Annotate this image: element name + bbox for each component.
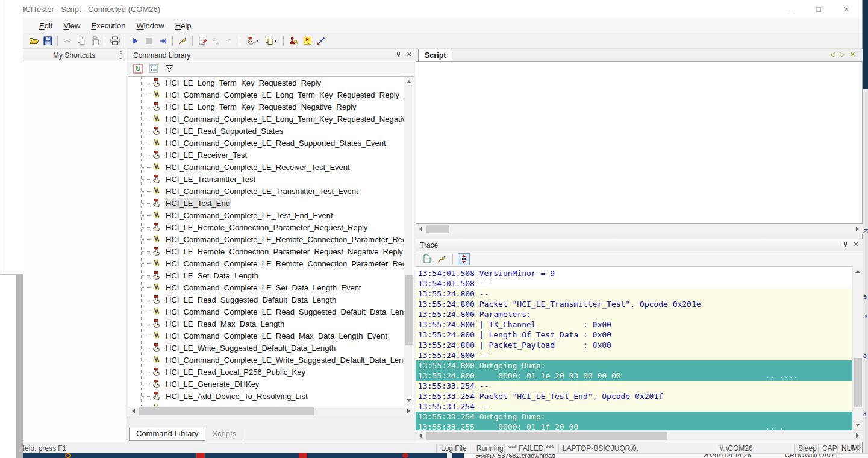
tab-scroll-left-icon[interactable]: ◁ (830, 51, 835, 58)
tab-scripts[interactable]: Scripts (205, 429, 243, 440)
open-button[interactable] (28, 36, 40, 46)
scroll-up-icon[interactable] (407, 80, 411, 83)
tree-item[interactable]: HCI_LE_Read_Supported_States (129, 125, 404, 137)
tab-script[interactable]: Script (418, 49, 452, 61)
tree-item[interactable]: HCI_Command_Complete_LE_Read_Max_Data_Le… (129, 330, 404, 342)
clear-trace-icon[interactable] (436, 254, 448, 265)
minimize-button[interactable]: – (786, 5, 796, 14)
scrollbar-thumb[interactable] (139, 407, 314, 415)
taskbar-icon[interactable] (65, 453, 71, 458)
maximize-button[interactable]: □ (814, 5, 823, 14)
menu-window[interactable]: Window (131, 19, 169, 32)
refresh-icon[interactable]: ↻ (132, 63, 144, 74)
tab-command-library[interactable]: Command Library (129, 427, 205, 441)
scrollbar-thumb[interactable] (854, 358, 862, 407)
details-view-icon[interactable] (148, 63, 160, 74)
trace-hscrollbar[interactable] (416, 430, 863, 441)
new-trace-icon[interactable] (420, 254, 432, 265)
scroll-right-icon[interactable] (856, 227, 859, 231)
tree-item[interactable]: HCI_LE_Receiver_Test (129, 149, 404, 161)
tree-item[interactable]: HCI_Command_Complete_LE_Read_Suggested_D… (129, 306, 404, 318)
tree-item[interactable]: HCI_LE_Read_Local_P256_Public_Key (129, 366, 404, 378)
scrollbar-thumb[interactable] (405, 275, 413, 345)
taskbar-icon[interactable] (447, 453, 452, 458)
tree-item[interactable]: HCI_Command_Complete_LE_Write_Suggested_… (129, 354, 404, 366)
tree-item[interactable]: HCI_Command_Complete_LE_Remote_Connectio… (129, 257, 404, 269)
menu-edit[interactable]: Edit (34, 19, 58, 32)
properties-button[interactable] (196, 36, 208, 46)
taskbar-icon[interactable] (402, 453, 408, 458)
pin-icon[interactable] (395, 51, 402, 58)
resize-grip[interactable] (854, 445, 861, 452)
pin-icon[interactable] (842, 241, 849, 248)
tree-item[interactable]: HCI_LE_Set_Data_Length (129, 269, 404, 281)
taskbar-icon[interactable] (299, 453, 307, 458)
tab-close-icon[interactable]: ✕ (850, 51, 855, 58)
tree-item[interactable]: HCI_Command_Complete_LE_Set_Data_Length_… (129, 281, 404, 293)
user-key-button[interactable] (287, 36, 299, 46)
trace-log[interactable]: 13:54:01.508 VersionMinor = 913:54:01.50… (416, 266, 852, 430)
command-tree-vscrollbar[interactable] (404, 77, 414, 406)
tree-item[interactable]: HCI_LE_Test_End (129, 197, 404, 209)
run-button[interactable] (129, 36, 141, 46)
tree-item[interactable]: HCI_LE_Long_Term_Key_Requested_Reply (129, 77, 404, 89)
sort-z-button[interactable]: Z (224, 36, 236, 46)
menu-view[interactable]: View (58, 19, 86, 32)
taskbar[interactable] (23, 453, 464, 458)
script-editor[interactable] (416, 61, 863, 224)
print-button[interactable] (109, 36, 121, 46)
scroll-down-icon[interactable] (407, 399, 411, 402)
tree-item[interactable]: HCI_LE_Generate_DHKey (129, 378, 404, 390)
scroll-right-icon[interactable] (407, 409, 410, 413)
tree-item[interactable]: HCI_LE_Transmitter_Test (129, 173, 404, 185)
scroll-left-icon[interactable] (132, 409, 135, 413)
tree-item[interactable]: HCI_Command_Complete_LE_Read_Supported_S… (129, 137, 404, 149)
tree-item[interactable]: HCI_LE_Long_Term_Key_Requested_Negative_… (129, 101, 404, 113)
menu-help[interactable]: Help (170, 19, 197, 32)
paste-button[interactable] (89, 36, 101, 46)
tree-item[interactable]: HCI_Command_Complete_LE_Test_End_Event (129, 209, 404, 221)
scroll-left-icon[interactable] (419, 433, 422, 438)
tree-item[interactable]: HCI_LE_Read_Suggested_Default_Data_Lengt… (129, 293, 404, 306)
tree-item[interactable]: HCI_Command_Complete_LE_Long_Term_Key_Re… (129, 89, 404, 101)
pick-command-button[interactable]: ▾ (244, 36, 261, 46)
filter-icon[interactable] (163, 63, 175, 74)
tree-item[interactable]: HCI_LE_Remote_Connection_Parameter_Reque… (129, 245, 404, 257)
tree-item[interactable]: HCI_LE_Read_Max_Data_Length (129, 318, 404, 330)
tree-item[interactable]: HCI_Command_Complete_LE_Long_Term_Key_Re… (129, 113, 404, 125)
autoscroll-button[interactable] (458, 253, 470, 265)
status-separator (818, 444, 819, 453)
close-button[interactable]: ✕ (841, 5, 851, 14)
tree-item[interactable]: HCI_Command_Complete_LE_Remote_Connectio… (129, 233, 404, 245)
step-button[interactable] (157, 36, 169, 46)
connect-button[interactable] (315, 36, 327, 46)
menu-execution[interactable]: Execution (86, 19, 131, 32)
taskbar-icon[interactable] (196, 453, 205, 458)
copy-button[interactable] (75, 36, 87, 46)
scrollbar-thumb[interactable] (426, 225, 449, 233)
scroll-right-icon[interactable] (856, 433, 859, 438)
close-panel-icon[interactable]: ✕ (854, 240, 859, 248)
copy-options-button[interactable]: ▾ (263, 36, 279, 46)
cut-button[interactable]: ✂ (61, 36, 73, 46)
script-hscrollbar[interactable] (416, 224, 863, 234)
tree-item[interactable]: HCI_LE_Remote_Connection_Parameter_Reque… (129, 221, 404, 233)
tree-item[interactable]: HCI_LE_Write_Suggested_Default_Data_Leng… (129, 342, 404, 354)
close-panel-icon[interactable]: ✕ (407, 51, 412, 58)
sort-za-button[interactable]: ZA (210, 36, 222, 46)
trace-vscrollbar[interactable] (852, 266, 863, 430)
command-tree-hscrollbar[interactable] (128, 406, 414, 416)
scroll-down-icon[interactable] (855, 424, 860, 427)
tree-item[interactable]: HCI_Command_Complete_LE_Receiver_Test_Ev… (129, 161, 404, 173)
scroll-up-icon[interactable] (855, 270, 860, 273)
hci-file-button[interactable]: HFIC (301, 36, 313, 46)
scrollbar-thumb[interactable] (426, 432, 667, 440)
tab-scroll-right-icon[interactable]: ▷ (840, 51, 845, 58)
stop-button[interactable] (143, 36, 155, 46)
save-button[interactable] (42, 36, 54, 46)
scroll-left-icon[interactable] (419, 227, 422, 231)
tree-item[interactable]: HCI_LE_Add_Device_To_Resolving_List (129, 390, 404, 402)
tree-item[interactable]: HCI_Command_Complete_LE_Transmitter_Test… (129, 185, 404, 197)
panel-grip[interactable] (120, 51, 122, 59)
clear-button[interactable] (176, 36, 189, 46)
